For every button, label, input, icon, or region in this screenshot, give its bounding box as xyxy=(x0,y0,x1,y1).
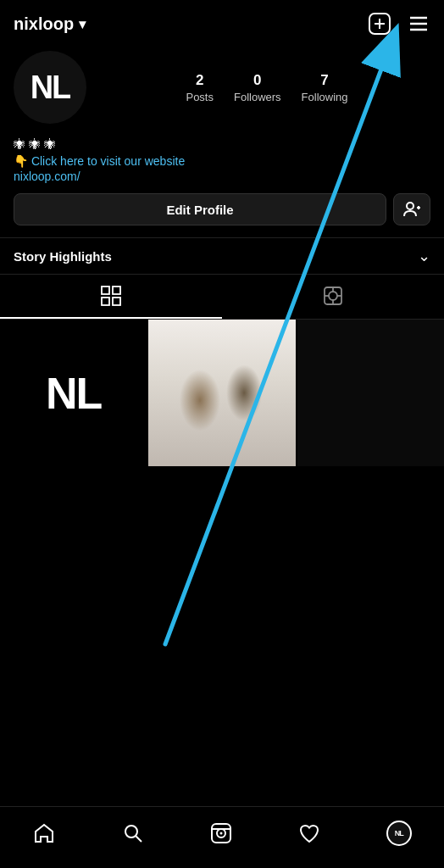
bio-line1[interactable]: 👇 Click here to visit our website xyxy=(14,154,430,168)
story-highlights[interactable]: Story Highlights ⌄ xyxy=(0,237,444,274)
app-title: nixloop xyxy=(14,14,74,34)
svg-rect-23 xyxy=(184,398,214,445)
svg-rect-11 xyxy=(102,298,109,305)
posts-label: Posts xyxy=(186,91,214,103)
grid-cell-image[interactable]: photo xyxy=(148,320,295,466)
bio-section: 🕷 🕷 🕷 👇 Click here to visit our website … xyxy=(0,134,444,193)
nav-reels[interactable] xyxy=(204,816,238,850)
svg-point-25 xyxy=(231,371,260,403)
svg-rect-24 xyxy=(168,364,191,387)
svg-rect-20 xyxy=(148,404,295,467)
posts-count: 2 xyxy=(196,72,203,89)
svg-rect-21 xyxy=(157,413,286,467)
grid-cell-nl[interactable]: NL xyxy=(0,320,147,466)
chevron-down-icon: ⌄ xyxy=(418,247,430,265)
svg-rect-26 xyxy=(231,402,260,446)
grid-nl-text: NL xyxy=(46,368,101,419)
posts-grid: NL xyxy=(0,320,444,466)
title-chevron: ▾ xyxy=(79,16,86,32)
svg-rect-10 xyxy=(113,287,120,294)
following-count: 7 xyxy=(320,72,328,89)
followers-stat[interactable]: 0 Followers xyxy=(234,72,281,103)
posts-stat[interactable]: 2 Posts xyxy=(186,72,214,103)
tab-bar xyxy=(0,274,444,320)
edit-profile-button[interactable]: Edit Profile xyxy=(14,193,386,225)
svg-rect-9 xyxy=(102,287,109,294)
svg-point-6 xyxy=(407,203,413,209)
menu-button[interactable] xyxy=(407,12,430,36)
svg-point-14 xyxy=(329,292,337,300)
svg-rect-27 xyxy=(230,420,255,426)
svg-point-29 xyxy=(184,360,214,381)
header-icons xyxy=(368,12,430,36)
couple-photo: photo xyxy=(148,320,295,466)
followers-count: 0 xyxy=(253,72,261,89)
svg-point-33 xyxy=(125,826,137,837)
action-buttons: Edit Profile xyxy=(0,193,444,237)
profile-section: NL 2 Posts 0 Followers 7 Following xyxy=(0,44,444,134)
svg-point-22 xyxy=(184,366,214,400)
nav-profile-avatar: NL xyxy=(386,821,412,846)
grid-cell-empty xyxy=(297,320,444,466)
svg-point-37 xyxy=(219,832,222,835)
nav-activity[interactable] xyxy=(292,816,326,850)
svg-rect-12 xyxy=(113,298,120,305)
svg-rect-19 xyxy=(148,320,295,466)
add-person-button[interactable] xyxy=(393,193,430,225)
svg-point-28 xyxy=(231,366,260,383)
tab-grid[interactable] xyxy=(0,275,222,319)
nav-profile[interactable]: NL xyxy=(381,815,417,851)
app-title-group[interactable]: nixloop ▾ xyxy=(14,14,86,34)
bio-emojis: 🕷 🕷 🕷 xyxy=(14,137,430,151)
story-highlights-title: Story Highlights xyxy=(14,249,112,264)
nav-home[interactable] xyxy=(27,816,61,850)
svg-text:photo: photo xyxy=(214,453,230,460)
avatar: NL xyxy=(14,51,86,124)
bio-url[interactable]: nixloop.com/ xyxy=(14,170,430,183)
profile-stats: 2 Posts 0 Followers 7 Following xyxy=(103,72,430,103)
following-label: Following xyxy=(302,91,348,103)
svg-line-34 xyxy=(136,837,142,843)
following-stat[interactable]: 7 Following xyxy=(302,72,348,103)
bottom-nav: NL xyxy=(0,806,444,868)
app-header: nixloop ▾ xyxy=(0,0,444,44)
tab-tagged[interactable] xyxy=(222,275,444,319)
add-post-button[interactable] xyxy=(368,12,391,36)
followers-label: Followers xyxy=(234,91,281,103)
nav-search[interactable] xyxy=(116,816,150,850)
